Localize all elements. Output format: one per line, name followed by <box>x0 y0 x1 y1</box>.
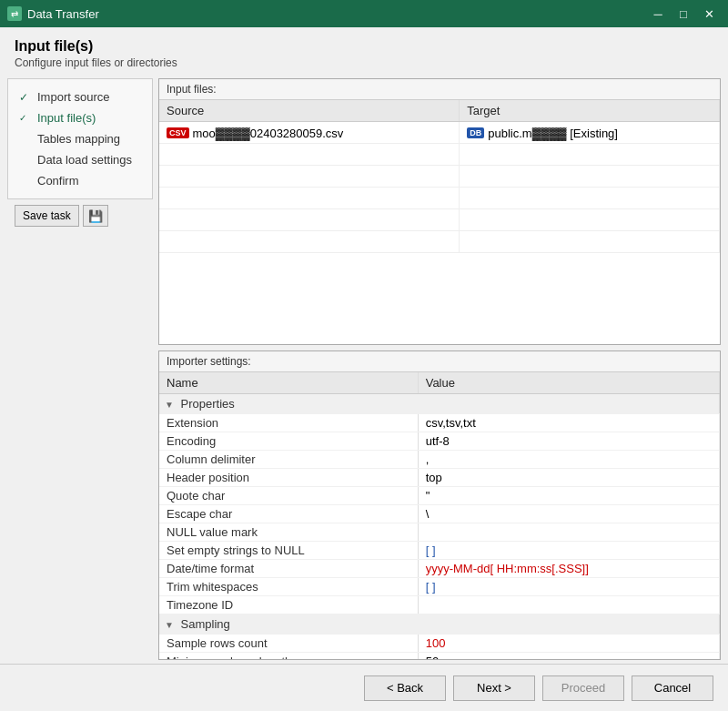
prop-min-col-len-name: Minimum column length <box>159 653 418 660</box>
list-item: Column delimiter , <box>159 451 720 469</box>
next-button[interactable]: Next > <box>453 675 535 701</box>
title-bar: ⇄ Data Transfer ─ □ ✕ <box>0 0 728 27</box>
prop-escape-char-name: Escape char <box>159 505 418 523</box>
sidebar-item-import-source[interactable]: ✓ Import source <box>8 86 152 107</box>
prop-sample-rows-value: 100 <box>418 635 719 653</box>
source-cell: CSV moo▓▓▓▓02403280059.csv <box>159 122 460 144</box>
col-source: Source <box>159 100 460 122</box>
prop-quote-char-value: " <box>418 487 719 505</box>
db-icon: DB <box>467 127 484 138</box>
proceed-button: Proceed <box>542 675 624 701</box>
list-item: Trim whitespaces [ ] <box>159 578 720 596</box>
table-row-empty-1 <box>159 144 720 166</box>
page-header: Input file(s) Configure input files or d… <box>0 27 728 75</box>
arrow-icon: ✓ <box>19 113 32 123</box>
input-files-label: Input files: <box>159 79 720 100</box>
prop-header-position-name: Header position <box>159 469 418 487</box>
list-item: NULL value mark <box>159 523 720 542</box>
prop-encoding-value: utf-8 <box>418 432 719 451</box>
settings-col-value: Value <box>418 372 719 394</box>
list-item: Escape char \ <box>159 505 720 523</box>
close-button[interactable]: ✕ <box>697 5 721 23</box>
prop-set-empty-value: [ ] <box>418 542 719 560</box>
list-item: Sample rows count 100 <box>159 635 720 653</box>
prop-column-delimiter-value: , <box>418 451 719 469</box>
importer-settings-section: Importer settings: Name Value <box>158 350 721 660</box>
prop-set-empty-name: Set empty strings to NULL <box>159 542 418 560</box>
sidebar-item-confirm[interactable]: ✓ Confirm <box>8 170 152 191</box>
back-button[interactable]: < Back <box>364 675 446 701</box>
sidebar-label-data-load-settings: Data load settings <box>37 153 132 167</box>
table-row[interactable]: CSV moo▓▓▓▓02403280059.csv DB public.m▓▓… <box>159 122 720 144</box>
prop-datetime-value: yyyy-MM-dd[ HH:mm:ss[.SSS]] <box>418 560 719 578</box>
app-title: Data Transfer <box>27 7 99 21</box>
source-filename: moo▓▓▓▓02403280059.csv <box>193 127 344 140</box>
prop-sample-rows-name: Sample rows count <box>159 635 418 653</box>
col-target: Target <box>460 100 720 122</box>
sidebar-item-data-load-settings[interactable]: ✓ Data load settings <box>8 149 152 170</box>
list-item: Encoding utf-8 <box>159 432 720 451</box>
group-properties[interactable]: ▼ Properties <box>159 394 720 414</box>
list-item: Quote char " <box>159 487 720 505</box>
save-icon-button[interactable]: 💾 <box>83 205 108 227</box>
prop-null-value-name: NULL value mark <box>159 523 418 542</box>
table-row-empty-3 <box>159 188 720 209</box>
list-item: Minimum column length 50 <box>159 653 720 660</box>
page-title: Input file(s) <box>15 38 713 55</box>
prop-datetime-name: Date/time format <box>159 560 418 578</box>
sidebar-item-tables-mapping[interactable]: ✓ Tables mapping <box>8 128 152 149</box>
group-name-sampling: Sampling <box>181 617 230 631</box>
list-item: Timezone ID <box>159 596 720 615</box>
prop-trim-name: Trim whitespaces <box>159 578 418 596</box>
bottom-bar: < Back Next > Proceed Cancel <box>0 664 728 711</box>
prop-header-position-value: top <box>418 469 719 487</box>
prop-timezone-value <box>418 596 719 615</box>
input-files-table: Source Target CSV moo▓▓▓▓02403280059.csv <box>159 100 720 344</box>
prop-timezone-name: Timezone ID <box>159 596 418 615</box>
prop-null-value-value <box>418 523 719 542</box>
sidebar-label-tables-mapping: Tables mapping <box>37 132 120 146</box>
table-row-empty-4 <box>159 209 720 231</box>
sidebar: ✓ Import source ✓ Input file(s) ✓ Tables… <box>7 78 153 199</box>
prop-escape-char-value: \ <box>418 505 719 523</box>
settings-col-name: Name <box>159 372 418 394</box>
table-row-empty-5 <box>159 231 720 253</box>
list-item: Set empty strings to NULL [ ] <box>159 542 720 560</box>
sidebar-label-input-files: Input file(s) <box>37 111 96 125</box>
list-item: Extension csv,tsv,txt <box>159 414 720 432</box>
prop-extension-name: Extension <box>159 414 418 432</box>
toggle-icon-properties: ▼ <box>165 400 174 410</box>
prop-encoding-name: Encoding <box>159 432 418 451</box>
sidebar-item-input-files[interactable]: ✓ Input file(s) <box>8 107 152 128</box>
prop-column-delimiter-name: Column delimiter <box>159 451 418 469</box>
toggle-icon-sampling: ▼ <box>165 620 174 630</box>
importer-settings-label: Importer settings: <box>159 351 720 372</box>
app-icon: ⇄ <box>7 6 22 21</box>
group-sampling[interactable]: ▼ Sampling <box>159 615 720 635</box>
maximize-button[interactable]: □ <box>672 5 695 23</box>
page-subtitle: Configure input files or directories <box>15 56 713 69</box>
group-name-properties: Properties <box>181 397 235 411</box>
minimize-button[interactable]: ─ <box>646 5 670 23</box>
prop-trim-value: [ ] <box>418 578 719 596</box>
csv-icon: CSV <box>167 127 189 138</box>
table-row-empty-2 <box>159 166 720 188</box>
check-icon: ✓ <box>19 91 32 104</box>
cancel-button[interactable]: Cancel <box>632 675 713 701</box>
importer-settings-table: Name Value ▼ Properties <box>159 372 720 659</box>
prop-min-col-len-value: 50 <box>418 653 719 660</box>
list-item: Date/time format yyyy-MM-dd[ HH:mm:ss[.S… <box>159 560 720 578</box>
sidebar-label-import-source: Import source <box>37 90 109 104</box>
save-icon: 💾 <box>88 209 103 223</box>
window-controls: ─ □ ✕ <box>646 5 721 23</box>
target-cell: DB public.m▓▓▓▓ [Existing] <box>460 122 720 144</box>
prop-extension-value: csv,tsv,txt <box>418 414 719 432</box>
target-tablename: public.m▓▓▓▓ [Existing] <box>488 127 618 140</box>
list-item: Header position top <box>159 469 720 487</box>
sidebar-label-confirm: Confirm <box>37 174 79 188</box>
save-task-button[interactable]: Save task <box>15 205 79 227</box>
input-files-section: Input files: Source Target <box>158 78 721 345</box>
save-area: Save task 💾 <box>7 199 153 232</box>
prop-quote-char-name: Quote char <box>159 487 418 505</box>
